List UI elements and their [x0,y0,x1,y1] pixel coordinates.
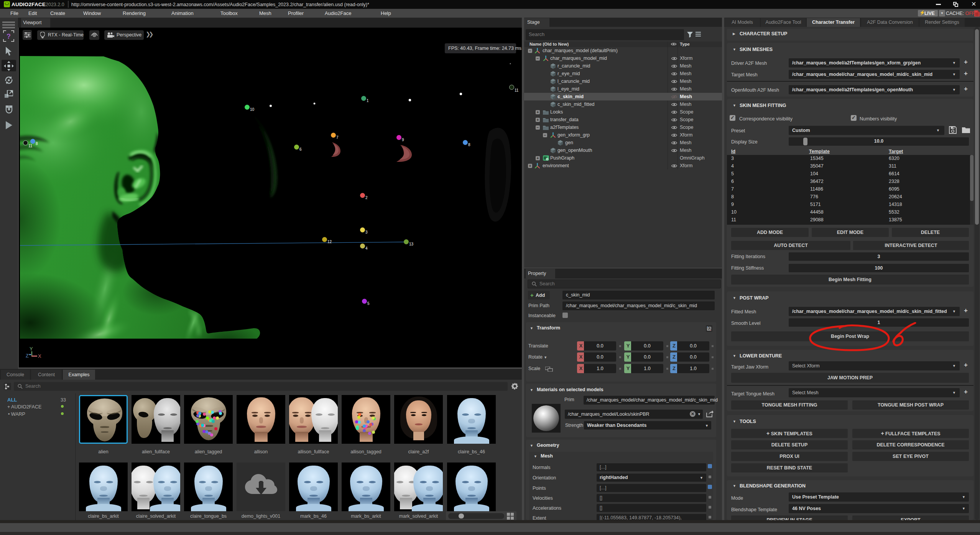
svg-text:?: ? [7,33,11,40]
